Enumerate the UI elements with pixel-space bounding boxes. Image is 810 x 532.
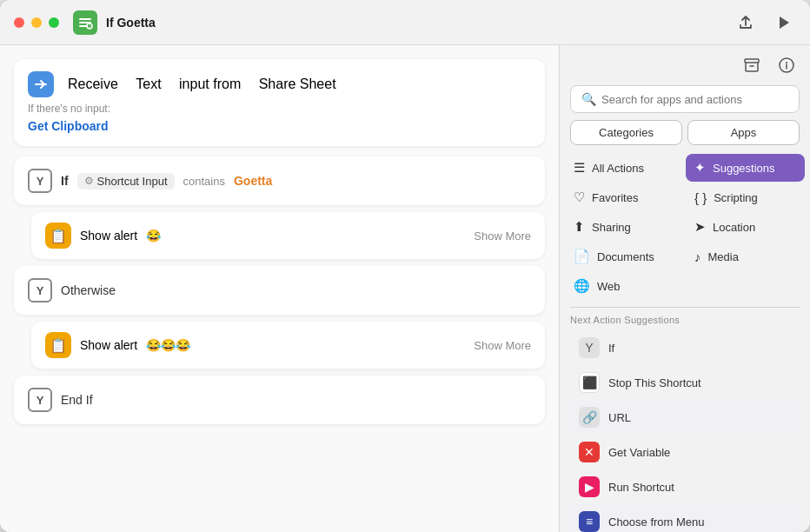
search-icon: 🔍 <box>581 92 596 106</box>
close-button[interactable] <box>14 17 24 28</box>
window-title: If Goetta <box>106 16 156 30</box>
show-alert-2-block: 📋 Show alert 😂😂😂 Show More <box>31 322 545 369</box>
location-icon: ➤ <box>694 219 706 235</box>
otherwise-label: Otherwise <box>61 283 116 297</box>
sidebar-item-suggestions[interactable]: ✦ Suggestions <box>686 154 805 182</box>
all-actions-label: All Actions <box>592 162 644 175</box>
receive-source[interactable]: Share Sheet <box>259 76 336 92</box>
suggestions-label: Suggestions <box>713 162 775 175</box>
location-label: Location <box>713 221 755 234</box>
otherwise-card: Y Otherwise <box>14 266 545 315</box>
traffic-lights <box>14 17 59 28</box>
titlebar-actions <box>734 10 796 35</box>
alert-2-left: 📋 Show alert 😂😂😂 <box>45 332 190 358</box>
receive-mid: input from <box>179 76 241 92</box>
titlebar: ✓ If Goetta <box>0 0 810 45</box>
search-input[interactable] <box>601 93 788 106</box>
show-alert-1-block: 📋 Show alert 😂 Show More <box>31 212 545 259</box>
action-item[interactable]: ⬛ Stop This Shortcut <box>570 365 800 400</box>
right-toolbar <box>560 45 810 85</box>
archive-icon-button[interactable] <box>739 52 765 78</box>
action-label: Get Variable <box>608 446 670 459</box>
divider <box>570 307 800 308</box>
get-clipboard-link[interactable]: Get Clipboard <box>28 119 109 133</box>
action-label: If <box>608 342 614 355</box>
all-actions-icon: ☰ <box>574 160 585 176</box>
svg-rect-2 <box>745 59 759 63</box>
receive-type[interactable]: Text <box>136 76 161 92</box>
action-label: Run Shortcut <box>608 481 674 494</box>
suggestions-section: Next Action Suggestions Y If ⬛ Stop This… <box>560 315 810 532</box>
action-label: Choose from Menu <box>608 515 705 529</box>
suggestions-header: Next Action Suggestions <box>570 315 800 325</box>
favorites-icon: ♡ <box>574 190 585 205</box>
show-more-2[interactable]: Show More <box>474 339 531 352</box>
action-icon: ⬛ <box>579 372 600 393</box>
minimize-button[interactable] <box>31 17 42 28</box>
contains-label: contains <box>183 175 225 188</box>
action-item[interactable]: Y If <box>570 330 800 365</box>
sharing-label: Sharing <box>592 221 631 234</box>
sidebar-item-favorites[interactable]: ♡ Favorites <box>565 183 684 211</box>
run-button[interactable] <box>772 10 796 35</box>
goetta-tag[interactable]: Goetta <box>234 174 272 188</box>
action-item[interactable]: ✕ Get Variable <box>570 435 800 469</box>
end-if-icon: Y <box>28 388 52 412</box>
show-alert-2-label: Show alert <box>80 338 137 352</box>
sidebar-item-media[interactable]: ♪ Media <box>686 243 805 270</box>
action-list: Y If ⬛ Stop This Shortcut 🔗 URL ✕ Get Va… <box>570 330 800 532</box>
show-alert-1-label: Show alert <box>80 229 137 243</box>
sidebar-item-sharing[interactable]: ⬆ Sharing <box>565 213 684 241</box>
action-label: Stop This Shortcut <box>608 376 701 389</box>
otherwise-icon: Y <box>28 278 52 303</box>
documents-label: Documents <box>597 250 654 263</box>
flow-editor: Receive Text input from Share Sheet If t… <box>0 45 560 532</box>
if-card: Y If ⚙ Shortcut Input contains Goetta <box>14 156 545 205</box>
suggestions-icon: ✦ <box>694 160 706 176</box>
show-alert-2-emoji: 😂😂😂 <box>146 338 190 352</box>
app-title-group: ✓ If Goetta <box>73 10 156 35</box>
scripting-icon: { } <box>694 190 707 205</box>
show-alert-1-card: 📋 Show alert 😂 Show More <box>31 212 545 259</box>
web-label: Web <box>597 280 621 293</box>
svg-point-4 <box>786 62 787 63</box>
action-icon: Y <box>579 337 600 358</box>
show-more-1[interactable]: Show More <box>474 229 531 243</box>
svg-text:✓: ✓ <box>88 24 91 30</box>
action-icon: ≡ <box>579 511 600 532</box>
content-area: Receive Text input from Share Sheet If t… <box>0 45 810 532</box>
alert-2-icon: 📋 <box>45 332 71 358</box>
shortcut-input-tag[interactable]: ⚙ Shortcut Input <box>77 173 175 190</box>
show-alert-1-emoji: 😂 <box>146 229 161 243</box>
sidebar-items: ☰ All Actions ✦ Suggestions ♡ Favorites … <box>560 154 810 300</box>
share-button[interactable] <box>734 10 758 35</box>
action-item[interactable]: 🔗 URL <box>570 400 800 435</box>
documents-icon: 📄 <box>574 249 590 264</box>
media-label: Media <box>708 250 739 263</box>
alert-1-left: 📋 Show alert 😂 <box>45 223 161 249</box>
sidebar-item-documents[interactable]: 📄 Documents <box>565 243 684 270</box>
receive-row: Receive Text input from Share Sheet <box>28 71 531 97</box>
tab-apps[interactable]: Apps <box>687 120 800 145</box>
action-icon: ▶ <box>579 476 600 497</box>
favorites-label: Favorites <box>592 191 638 204</box>
action-item[interactable]: ≡ Choose from Menu <box>570 504 800 532</box>
action-item[interactable]: ▶ Run Shortcut <box>570 469 800 504</box>
right-panel: 🔍 Categories Apps ☰ All Actions ✦ Sugges… <box>560 45 810 532</box>
receive-label: Receive <box>68 76 118 92</box>
main-window: ✓ If Goetta <box>0 0 810 532</box>
show-alert-2-card: 📋 Show alert 😂😂😂 Show More <box>31 322 545 369</box>
sidebar-item-web[interactable]: 🌐 Web <box>565 272 684 300</box>
alert-1-icon: 📋 <box>45 223 71 249</box>
info-icon-button[interactable] <box>773 52 800 78</box>
action-label: URL <box>608 411 631 424</box>
web-icon: 🌐 <box>574 278 590 294</box>
end-if-label: End If <box>61 393 93 407</box>
search-input-wrap[interactable]: 🔍 <box>570 85 800 113</box>
maximize-button[interactable] <box>49 17 59 28</box>
sidebar-item-all-actions[interactable]: ☰ All Actions <box>565 154 684 182</box>
if-keyword: If <box>61 174 69 188</box>
sidebar-item-location[interactable]: ➤ Location <box>686 213 805 241</box>
sidebar-item-scripting[interactable]: { } Scripting <box>686 183 805 211</box>
tab-categories[interactable]: Categories <box>570 120 682 145</box>
